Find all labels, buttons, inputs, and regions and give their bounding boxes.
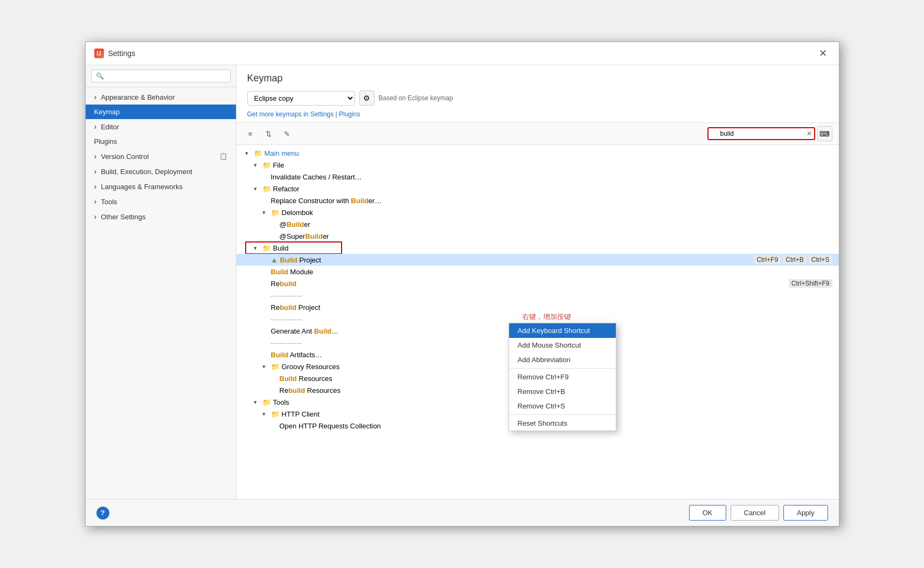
context-menu: Add Keyboard Shortcut Add Mouse Shortcut… [509, 323, 616, 431]
context-separator-1 [509, 368, 616, 369]
sidebar-search-box [86, 65, 236, 87]
help-button[interactable]: ? [96, 507, 109, 519]
folder-icon-http-client: 📁 [271, 410, 280, 418]
context-item-label: Add Keyboard Shortcut [518, 327, 590, 335]
keymap-select[interactable]: Eclipse copy [247, 91, 355, 106]
folder-icon: 📁 [254, 149, 262, 157]
sidebar-item-appearance[interactable]: Appearance & Behavior [86, 89, 236, 105]
tree-item-replace-constructor[interactable]: Replace Constructor with Builder… [237, 195, 839, 206]
arrow-file[interactable]: ▾ [254, 162, 262, 169]
tree-item-file[interactable]: ▾ 📁 File [237, 159, 839, 171]
sidebar-item-plugins[interactable]: Plugins [86, 134, 236, 149]
sidebar-item-label: Build, Execution, Deployment [101, 168, 192, 176]
shortcut-ctrl-b: Ctrl+B [783, 255, 807, 264]
sidebar-item-editor[interactable]: Editor [86, 119, 236, 134]
item-label-build-folder: Build [273, 244, 289, 252]
shortcut-badges-build-project: Ctrl+F9 Ctrl+B Ctrl+S [754, 255, 838, 264]
separator-dashes-2: ----------- [271, 315, 303, 323]
item-label-rebuild-resources: Rebuild Resources [280, 386, 341, 394]
tree-item-build-module[interactable]: Build Module [237, 266, 839, 278]
item-label-refactor: Refactor [273, 185, 300, 193]
filter2-btn[interactable]: ⇅ [261, 127, 276, 140]
close-button[interactable]: ✕ [816, 47, 830, 59]
context-item-add-mouse-shortcut[interactable]: Add Mouse Shortcut [509, 338, 616, 352]
arrow-main-menu[interactable]: ▾ [245, 150, 254, 157]
item-label-build-resources: Build Resources [280, 375, 332, 383]
toolbar-left: ≡ ⇅ ✎ [243, 127, 295, 140]
tree-item-rebuild[interactable]: Rebuild Ctrl+Shift+F9 [237, 278, 839, 289]
item-label-rebuild-project: Rebuild Project [271, 303, 321, 311]
sidebar-item-tools[interactable]: Tools [86, 194, 236, 209]
sidebar-item-version-control[interactable]: Version Control 📋 [86, 149, 236, 164]
folder-icon-delombok: 📁 [271, 209, 280, 217]
arrow-refactor[interactable]: ▾ [254, 185, 262, 192]
folder-icon-refactor: 📁 [262, 185, 271, 193]
cancel-button[interactable]: Cancel [731, 505, 779, 521]
folder-icon-file: 📁 [262, 161, 271, 169]
context-item-add-abbreviation[interactable]: Add Abbreviation [509, 352, 616, 367]
edit-btn[interactable]: ✎ [280, 127, 295, 140]
footer-buttons: OK Cancel Apply [689, 505, 828, 521]
item-label-build-module: Build Module [271, 268, 314, 276]
sidebar-search-input[interactable] [91, 70, 231, 82]
sidebar-item-keymap[interactable]: Keymap [86, 105, 236, 119]
item-label-tools: Tools [273, 398, 289, 406]
sidebar-item-build[interactable]: Build, Execution, Deployment [86, 164, 236, 179]
build-project-icon: ▲ [271, 256, 278, 264]
find-by-shortcut-btn[interactable]: ⌨ [817, 126, 832, 141]
tree-item-build-project[interactable]: ▲ Build Project Ctrl+F9 Ctrl+B Ctrl+S [237, 254, 839, 266]
shortcut-badges-rebuild: Ctrl+Shift+F9 [789, 279, 839, 288]
context-item-remove-ctrl-b[interactable]: Remove Ctrl+B [509, 384, 616, 399]
context-separator-2 [509, 414, 616, 415]
tree-inner: ▾ 📁 Main menu ▾ 📁 File Invalidate Caches… [237, 145, 839, 434]
arrow-groovy[interactable]: ▾ [262, 363, 271, 370]
arrow-tools[interactable]: ▾ [254, 399, 262, 406]
context-item-remove-ctrl-f9[interactable]: Remove Ctrl+F9 [509, 370, 616, 384]
tree-item-rebuild-project[interactable]: Rebuild Project [237, 301, 839, 313]
item-label-invalidate: Invalidate Caches / Restart… [271, 173, 362, 181]
tree-item-main-menu[interactable]: ▾ 📁 Main menu [237, 147, 839, 159]
sidebar: Appearance & Behavior Keymap Editor Plug… [86, 65, 237, 499]
arrow-delombok[interactable]: ▾ [262, 209, 271, 216]
arrow-http-client[interactable]: ▾ [262, 411, 271, 418]
sidebar-item-label: Keymap [94, 108, 120, 116]
version-control-badge: 📋 [219, 153, 227, 160]
chinese-tooltip: 右键，增加按键 [522, 312, 571, 322]
tree-item-at-builder[interactable]: @Builder [237, 218, 839, 230]
item-label-delombok: Delombok [282, 209, 314, 217]
item-label-file: File [273, 161, 284, 169]
folder-icon-build: 📁 [262, 244, 271, 252]
arrow-build-folder[interactable]: ▾ [254, 245, 262, 252]
tree-item-sep1: ----------- [237, 289, 839, 301]
tree-item-at-superbuilder[interactable]: @SuperBuilder [237, 230, 839, 242]
tree-item-delombok[interactable]: ▾ 📁 Delombok [237, 206, 839, 218]
based-on-text: Based on Eclipse keymap [379, 94, 453, 102]
search-clear-button[interactable]: ✕ [805, 130, 813, 137]
sidebar-item-other[interactable]: Other Settings [86, 209, 236, 224]
gear-button[interactable]: ⚙ [359, 91, 374, 106]
keymap-row: Eclipse copy ⚙ Based on Eclipse keymap [247, 91, 828, 106]
apply-button[interactable]: Apply [783, 505, 828, 521]
context-item-reset-shortcuts[interactable]: Reset Shortcuts [509, 416, 616, 431]
context-item-label: Remove Ctrl+B [518, 387, 566, 396]
folder-icon-groovy: 📁 [271, 363, 280, 371]
right-panel: Keymap Eclipse copy ⚙ Based on Eclipse k… [237, 65, 839, 499]
folder-icon-tools: 📁 [262, 398, 271, 406]
tree-item-refactor[interactable]: ▾ 📁 Refactor [237, 183, 839, 195]
item-label-at-superbuilder: @SuperBuilder [280, 232, 329, 240]
keymap-search-input[interactable] [707, 127, 815, 140]
filter-btn[interactable]: ≡ [243, 127, 258, 140]
tree-item-invalidate[interactable]: Invalidate Caches / Restart… [237, 171, 839, 183]
get-more-link[interactable]: Get more keymaps in Settings | Plugins [247, 110, 360, 118]
sidebar-item-label: Version Control [101, 153, 149, 161]
sidebar-item-languages[interactable]: Languages & Frameworks [86, 179, 236, 194]
item-label-at-builder: @Builder [280, 220, 310, 228]
context-item-add-keyboard-shortcut[interactable]: Add Keyboard Shortcut [509, 323, 616, 338]
tree-item-build-folder[interactable]: ▾ 📁 Build [237, 242, 839, 254]
ok-button[interactable]: OK [689, 505, 726, 521]
sidebar-item-label: Tools [101, 198, 117, 206]
context-item-remove-ctrl-s[interactable]: Remove Ctrl+S [509, 399, 616, 413]
context-item-label: Add Abbreviation [518, 356, 571, 364]
separator-dashes-3: ----------- [271, 339, 303, 347]
context-item-label: Add Mouse Shortcut [518, 341, 581, 349]
